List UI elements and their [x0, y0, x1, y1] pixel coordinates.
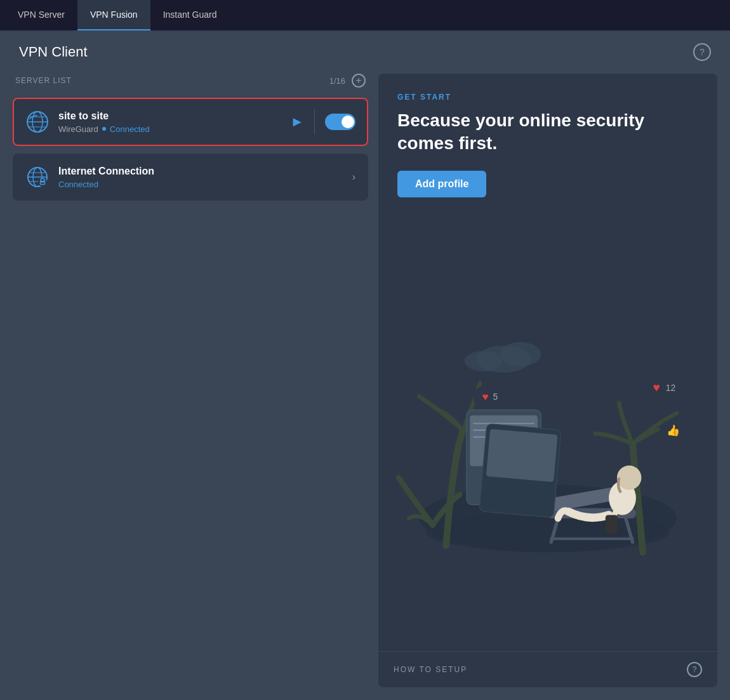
card-actions: ► [290, 109, 355, 135]
card-actions-internet: › [352, 171, 355, 183]
two-col-layout: SERVER LIST 1/16 + [0, 67, 730, 700]
svg-text:👍: 👍 [667, 424, 680, 437]
right-panel-footer: HOW TO SETUP ? [378, 651, 717, 687]
globe-internet-icon [25, 165, 50, 189]
server-name-internet: Internet Connection [58, 166, 343, 177]
left-panel: SERVER LIST 1/16 + [13, 74, 368, 687]
server-count-add: 1/16 + [329, 74, 366, 88]
tab-instant-guard[interactable]: Instant Guard [150, 0, 230, 30]
server-card-internet[interactable]: Internet Connection Connected › [13, 154, 368, 201]
right-panel-content: GET START Because your online security c… [378, 74, 717, 223]
how-to-setup-help-icon[interactable]: ? [687, 662, 702, 677]
chevron-right-icon[interactable]: › [352, 171, 355, 183]
illustration-svg: ♥ 12 ♥ 5 👍 [378, 223, 717, 651]
page-title-bar: VPN Client ? [0, 30, 730, 67]
server-list-header: SERVER LIST 1/16 + [13, 74, 368, 88]
status-text: Connected [110, 124, 150, 134]
svg-rect-33 [474, 386, 507, 407]
svg-point-21 [617, 465, 641, 489]
svg-point-40 [465, 351, 503, 371]
top-nav: VPN Server VPN Fusion Instant Guard [0, 0, 730, 30]
right-panel: GET START Because your online security c… [378, 74, 717, 687]
get-start-label: GET START [397, 93, 698, 102]
arrow-icon[interactable]: ► [290, 115, 304, 129]
svg-text:5: 5 [493, 392, 498, 402]
add-profile-button[interactable]: Add profile [397, 171, 486, 197]
main-content: VPN Client ? SERVER LIST 1/16 + [0, 30, 730, 700]
server-card-site-to-site[interactable]: site to site WireGuard Connected ► [13, 98, 368, 146]
status-dot [102, 127, 106, 131]
toggle-thumb [342, 116, 354, 128]
status-text-internet: Connected [58, 180, 98, 189]
server-name: site to site [58, 110, 281, 122]
how-to-setup-label: HOW TO SETUP [394, 665, 467, 674]
server-meta: WireGuard Connected [58, 124, 281, 134]
security-headline: Because your online security comes first… [397, 109, 698, 155]
svg-text:♥: ♥ [653, 381, 660, 394]
server-protocol: WireGuard [58, 124, 98, 134]
page-help-icon[interactable]: ? [693, 43, 711, 61]
server-meta-internet: Connected [58, 180, 343, 189]
svg-text:♥: ♥ [482, 391, 488, 403]
card-divider [314, 109, 315, 135]
toggle-track [325, 114, 355, 130]
svg-point-39 [500, 342, 541, 366]
server-list-label: SERVER LIST [15, 76, 72, 85]
globe-icon [25, 110, 50, 134]
tab-vpn-fusion[interactable]: VPN Fusion [77, 0, 150, 30]
page-title: VPN Client [19, 44, 88, 60]
svg-rect-22 [606, 515, 618, 534]
server-info-site-to-site: site to site WireGuard Connected [58, 110, 281, 134]
svg-text:12: 12 [666, 383, 676, 393]
illustration-area: ♥ 12 ♥ 5 👍 [378, 223, 717, 651]
add-server-button[interactable]: + [352, 74, 366, 88]
connection-toggle[interactable] [325, 114, 355, 130]
server-info-internet: Internet Connection Connected [58, 166, 343, 189]
svg-rect-29 [486, 429, 558, 482]
tab-vpn-server[interactable]: VPN Server [5, 0, 77, 30]
server-count: 1/16 [329, 76, 345, 86]
